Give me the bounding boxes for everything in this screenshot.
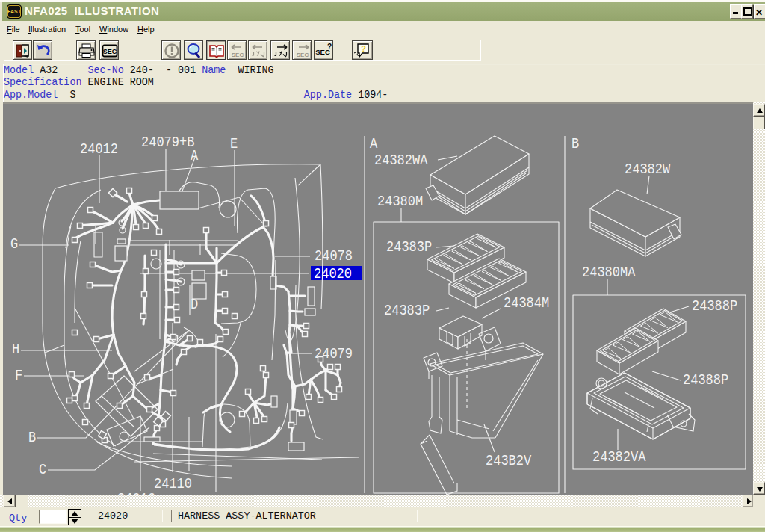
svg-text:H: H: [12, 341, 19, 358]
svg-text:24110: 24110: [154, 475, 192, 492]
svg-text:?: ?: [361, 44, 366, 53]
svg-text:E: E: [230, 135, 238, 152]
svg-text:B: B: [28, 429, 36, 446]
svg-text:?: ?: [327, 43, 332, 51]
svg-text:24383P: 24383P: [384, 302, 430, 319]
svg-text:24020: 24020: [314, 265, 352, 282]
svg-text:24382VA: 24382VA: [592, 448, 646, 466]
svg-text:A: A: [191, 147, 199, 164]
svg-text:24388P: 24388P: [683, 371, 728, 389]
svg-text:24078: 24078: [315, 247, 353, 265]
svg-text:24382W: 24382W: [625, 161, 671, 178]
svg-text:24079+B: 24079+B: [141, 134, 194, 151]
svg-text:SEC: SEC: [103, 48, 117, 55]
svg-text:A: A: [370, 135, 378, 152]
svg-text:24388P: 24388P: [692, 297, 737, 315]
svg-text:24380MA: 24380MA: [582, 264, 636, 281]
svg-text:24383P: 24383P: [386, 238, 432, 256]
svg-text:24382WA: 24382WA: [374, 152, 428, 169]
svg-text:24380M: 24380M: [377, 193, 423, 210]
svg-text:243B2V: 243B2V: [486, 452, 532, 469]
svg-text:SEC: SEC: [232, 52, 244, 58]
svg-text:G: G: [10, 235, 18, 253]
svg-text:SEC: SEC: [297, 52, 309, 58]
svg-text:24012: 24012: [80, 140, 118, 158]
svg-text:24384M: 24384M: [504, 294, 549, 312]
svg-text:C: C: [39, 461, 46, 478]
svg-text:B: B: [572, 135, 579, 152]
svg-text:F: F: [15, 367, 22, 384]
